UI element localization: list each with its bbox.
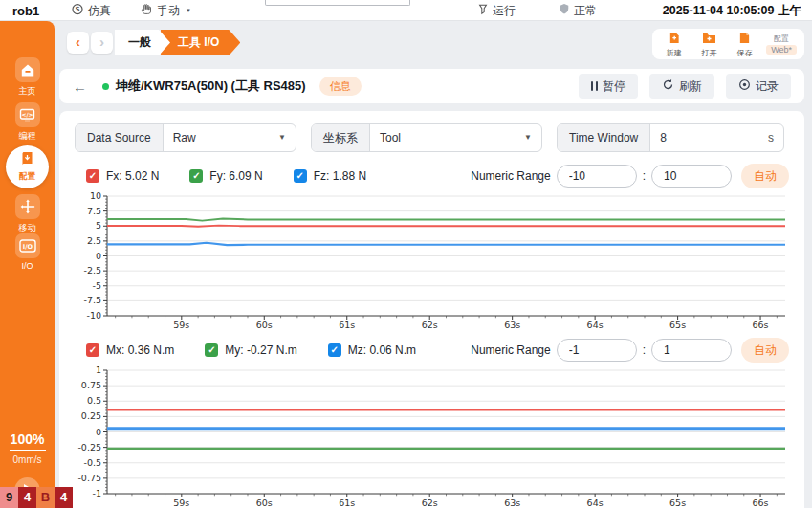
open-button[interactable]: 打开: [695, 31, 723, 58]
svg-text:-1: -1: [93, 488, 101, 498]
config-value-badge[interactable]: Web*: [766, 45, 797, 55]
refresh-label: 刷新: [679, 78, 702, 95]
legend-fy[interactable]: ✓ Fy: 6.09 N: [189, 169, 262, 183]
device-title: 坤维/KWR75A(50N) (工具 RS485): [116, 77, 306, 95]
svg-text:0.25: 0.25: [81, 410, 101, 421]
svg-text:-10: -10: [86, 310, 101, 320]
legend-label: Fz: 1.88 N: [314, 169, 366, 183]
svg-text:60s: 60s: [256, 320, 273, 330]
status-badges: 9 4 B 4: [0, 487, 73, 508]
sidebar-item-program[interactable]: </> 编程: [0, 102, 55, 143]
svg-text:64s: 64s: [587, 497, 604, 508]
frame-select[interactable]: 坐标系 Tool ▼: [311, 123, 542, 152]
auto-range-button[interactable]: 自动: [741, 164, 789, 188]
speed-percent[interactable]: 100%: [0, 431, 55, 447]
legend-fx[interactable]: ✓ Fx: 5.02 N: [86, 169, 159, 183]
checkbox-checked-icon[interactable]: ✓: [189, 169, 203, 183]
range-separator: :: [643, 343, 646, 357]
run-indicator: 运行: [477, 0, 516, 21]
range-min-input[interactable]: [557, 165, 637, 188]
data-source-value[interactable]: Raw: [164, 124, 278, 151]
hand-icon: [141, 3, 153, 18]
sidebar-item-home[interactable]: 主页: [0, 57, 55, 98]
chevron-right-icon: ›: [99, 33, 104, 50]
sidebar-item-config[interactable]: 配置: [6, 145, 49, 188]
range-min-input[interactable]: [557, 339, 637, 362]
move-icon: [15, 194, 40, 219]
auto-range-button[interactable]: 自动: [741, 338, 789, 363]
save-file-icon: [738, 31, 751, 48]
tab-general[interactable]: 一般: [115, 30, 170, 55]
back-arrow-icon[interactable]: ←: [73, 78, 87, 95]
legend-label: Fy: 6.09 N: [209, 169, 262, 183]
sidebar-item-io[interactable]: I/O I/O: [0, 233, 55, 271]
controls-row: Data Source Raw ▼ 坐标系 Tool ▼ Time Window…: [75, 123, 789, 152]
legend-my[interactable]: ✓ My: -0.27 N.m: [205, 343, 296, 357]
shield-icon: [559, 3, 570, 18]
refresh-icon: [662, 78, 674, 94]
checkbox-checked-icon[interactable]: ✓: [328, 343, 341, 357]
robot-name: rob1: [12, 0, 39, 21]
legend-label: Mx: 0.36 N.m: [106, 343, 174, 357]
record-label: 记录: [756, 78, 779, 95]
status-badge[interactable]: B: [36, 487, 55, 508]
svg-text:S: S: [75, 6, 79, 13]
record-button[interactable]: 记录: [726, 74, 791, 99]
pause-button[interactable]: 暂停: [579, 74, 638, 99]
home-icon: [15, 57, 40, 82]
svg-text:</>: </>: [21, 110, 33, 117]
range-separator: :: [643, 169, 646, 183]
chevron-left-icon: ‹: [76, 33, 80, 50]
checkbox-checked-icon[interactable]: ✓: [86, 169, 99, 183]
range-max-input[interactable]: [651, 339, 732, 362]
time-window-label: Time Window: [558, 124, 650, 151]
svg-text:-0.75: -0.75: [77, 473, 101, 483]
status-badge[interactable]: 4: [18, 487, 36, 508]
mode-dropdown[interactable]: 手动 ▼: [141, 0, 191, 21]
legend-mz[interactable]: ✓ Mz: 0.06 N.m: [328, 343, 416, 357]
checkbox-checked-icon[interactable]: ✓: [205, 343, 218, 357]
svg-text:61s: 61s: [339, 320, 355, 330]
status-badge[interactable]: 9: [0, 487, 18, 508]
checkbox-checked-icon[interactable]: ✓: [86, 343, 99, 357]
svg-text:0.75: 0.75: [81, 380, 101, 390]
status-badge[interactable]: 4: [55, 487, 73, 508]
simulation-indicator[interactable]: S 仿真: [71, 0, 111, 21]
frame-value[interactable]: Tool: [370, 124, 524, 151]
time-window-field[interactable]: Time Window 8 s: [557, 123, 784, 152]
data-source-select[interactable]: Data Source Raw ▼: [75, 123, 296, 152]
tab-tool-io[interactable]: 工具 I/O: [161, 30, 240, 55]
svg-text:7.5: 7.5: [87, 206, 101, 216]
new-file-icon: [668, 31, 681, 48]
sidebar-item-label: I/O: [0, 261, 55, 271]
legend-fz[interactable]: ✓ Fz: 1.88 N: [294, 169, 366, 183]
nav-back-button[interactable]: ‹: [67, 32, 89, 54]
svg-text:65s: 65s: [669, 497, 686, 508]
partial-dropdown[interactable]: [265, 0, 410, 6]
refresh-button[interactable]: 刷新: [649, 74, 714, 99]
new-button[interactable]: 新建: [660, 31, 688, 58]
save-button[interactable]: 保存: [731, 31, 758, 58]
svg-text:59s: 59s: [173, 497, 189, 508]
info-badge[interactable]: 信息: [319, 77, 362, 96]
svg-text:-5: -5: [93, 280, 101, 291]
nav-forward-button[interactable]: ›: [91, 32, 113, 54]
file-toolbar: 新建 打开 保存 配置 Web*: [652, 29, 804, 59]
code-icon: </>: [15, 102, 40, 127]
sidebar-item-label: 主页: [0, 85, 55, 98]
speed-value: 0mm/s: [0, 454, 55, 465]
top-status-bar: rob1 S 仿真 手动 ▼ 运行 正常 2025-11-04 10:05:09…: [0, 0, 812, 21]
svg-text:0: 0: [96, 251, 101, 261]
legend-label: Fx: 5.02 N: [106, 169, 159, 183]
time-window-value[interactable]: 8: [650, 124, 768, 151]
frame-label: 坐标系: [312, 124, 370, 151]
svg-text:63s: 63s: [504, 320, 520, 330]
svg-text:62s: 62s: [422, 497, 438, 508]
checkbox-checked-icon[interactable]: ✓: [294, 169, 307, 183]
mode-label: 手动: [157, 3, 180, 19]
range-max-input[interactable]: [651, 165, 732, 188]
legend-mx[interactable]: ✓ Mx: 0.36 N.m: [86, 343, 174, 357]
simulation-icon: S: [71, 3, 84, 19]
sidebar-item-label: 编程: [0, 130, 55, 143]
sidebar-item-move[interactable]: 移动: [0, 194, 55, 234]
